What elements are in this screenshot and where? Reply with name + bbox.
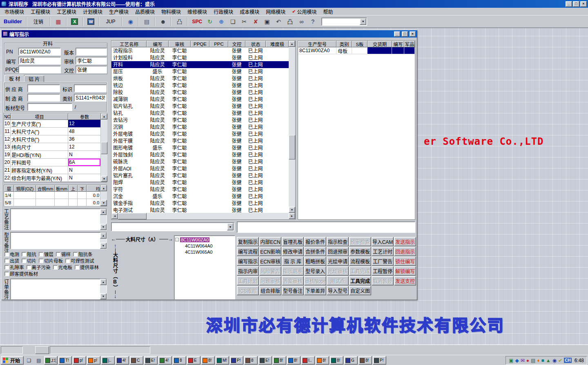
- board-model-field[interactable]: [27, 103, 72, 111]
- model-cell[interactable]: 8C11W00ZA0: [298, 47, 336, 54]
- tray-app-1-icon[interactable]: ▣: [509, 358, 513, 363]
- model-col-header[interactable]: 军品: [404, 41, 415, 47]
- layer-table-scrollbar[interactable]: ▲ ▼: [100, 185, 107, 206]
- action-工艺计时[interactable]: 工艺计时: [372, 247, 394, 256]
- delete-icon[interactable]: ✘: [250, 17, 261, 27]
- menu-item-工艺模块[interactable]: 工艺模块: [53, 8, 80, 15]
- process-row-烘板[interactable]: 烘板陆应灵李仁聪张健已上网: [111, 75, 289, 82]
- print-icon[interactable]: 凸: [285, 17, 295, 27]
- globe-icon[interactable]: ⊕: [216, 17, 227, 27]
- taskbar-button[interactable]: E: [187, 356, 200, 365]
- param-value-cell[interactable]: 12: [68, 120, 101, 128]
- tray-app-4-icon[interactable]: ●: [526, 358, 529, 363]
- process-col-header[interactable]: 难度极: [266, 41, 289, 47]
- taskbar-button[interactable]: J习: [44, 356, 58, 365]
- process-hscrollbar[interactable]: ◄ ►: [111, 213, 295, 219]
- process-col-header[interactable]: PPC: [209, 41, 228, 47]
- process-row-去钻污[interactable]: 去钻污陆应灵李仁聪张健已上网: [111, 117, 289, 124]
- checkbox-box[interactable]: [4, 252, 9, 257]
- process-row-钻孔[interactable]: 钻孔陆应灵李仁聪张健已上网: [111, 110, 289, 117]
- checkbox-box[interactable]: [39, 252, 43, 257]
- toolbar-combo[interactable]: ▼: [321, 18, 367, 26]
- tray-app-2-icon[interactable]: ◆: [515, 358, 519, 363]
- action-组合排版[interactable]: 组合排版: [259, 286, 281, 295]
- process-row-外层电镀[interactable]: 外层电镀陆应灵李仁聪张健已上网: [111, 131, 289, 137]
- checkbox-box[interactable]: [75, 265, 79, 270]
- process-row-镀金手指[interactable]: 镀金手指陆应灵李仁聪张健已上网: [111, 200, 289, 207]
- taskbar-button[interactable]: T!: [58, 356, 72, 365]
- checkbox-提供菲林[interactable]: 提供菲林: [75, 264, 99, 270]
- taskbar-button[interactable]: I..: [301, 356, 315, 365]
- model-cell[interactable]: 母板: [336, 47, 352, 54]
- process-row-沉金[interactable]: 沉金盛乐李仁聪张健已上网: [111, 193, 289, 200]
- checkbox-光电板[interactable]: 光电板: [53, 264, 73, 270]
- manufacturer-field[interactable]: [27, 94, 60, 102]
- action-指示库[interactable]: 指 示 库: [282, 257, 304, 266]
- taskbar-button[interactable]: G: [344, 356, 358, 365]
- action-修改申请[interactable]: 修改申请: [282, 247, 304, 256]
- taskbar-button[interactable]: 4!: [116, 356, 129, 365]
- model-cell[interactable]: [368, 47, 392, 54]
- taskbar-button[interactable]: p!: [73, 356, 86, 365]
- action-指示内审[interactable]: 指示内审: [237, 266, 259, 276]
- process-row-铝片钻孔[interactable]: 铝片钻孔陆应灵李仁聪张健已上网: [111, 103, 289, 110]
- child-titlebar[interactable]: 编写指示 _ □ ×: [2, 30, 417, 38]
- scroll-up-icon[interactable]: ▲: [100, 185, 107, 191]
- scroll-right-icon[interactable]: ►: [289, 213, 295, 219]
- action-型号录入[interactable]: 型号录入: [304, 266, 326, 276]
- scroll-down-icon[interactable]: ▼: [100, 200, 107, 206]
- tree-node-4C11W065A0[interactable]: 4C11W065A0: [175, 249, 234, 255]
- remark-field[interactable]: [237, 221, 415, 233]
- model-col-header[interactable]: 生产型号: [298, 41, 336, 47]
- checkbox-box[interactable]: [53, 265, 58, 270]
- process-row-计划投料[interactable]: 计划投料陆应灵李仁聪张健已上网: [111, 54, 289, 61]
- quicklaunch-document-icon[interactable]: ❏: [24, 356, 33, 365]
- param-row[interactable]: 11大料尺寸A(")48: [4, 128, 101, 135]
- action-答案审核[interactable]: 答案审核: [282, 276, 304, 285]
- scroll-down-icon[interactable]: ▼: [100, 224, 107, 230]
- scroll-down-icon[interactable]: ▼: [289, 207, 295, 213]
- scroll-left-icon[interactable]: ◄: [111, 213, 118, 219]
- taskbar-button[interactable]: j..: [101, 356, 115, 365]
- close-button[interactable]: ×: [580, 1, 587, 7]
- mark-field[interactable]: [74, 84, 107, 92]
- refresh-icon[interactable]: ↻: [205, 17, 215, 27]
- checkbox-顾客提供板材[interactable]: 顾客提供板材: [4, 270, 38, 277]
- action-指示检查[interactable]: 指示检查: [327, 237, 349, 246]
- tray-app-10-icon[interactable]: ✔: [558, 358, 562, 363]
- tree-node-4C11W064A0[interactable]: 4C11W064A0: [175, 243, 234, 249]
- checkbox-镀层[interactable]: 镀层: [39, 251, 53, 257]
- action-问题审核[interactable]: 问题审核: [259, 276, 281, 285]
- doccontrol-field[interactable]: [76, 66, 107, 73]
- excel-icon[interactable]: X: [69, 17, 80, 27]
- taskbar-button[interactable]: 8!: [201, 356, 215, 365]
- users-icon[interactable]: ☻: [158, 17, 168, 27]
- tray-app-3-icon[interactable]: ✉: [521, 358, 525, 363]
- action-审核Nope[interactable]: 审核Nope: [304, 276, 326, 285]
- version-field[interactable]: [76, 48, 107, 55]
- menu-item-计划模块[interactable]: 计划模块: [80, 8, 106, 15]
- action-导入型号[interactable]: 导入型号: [327, 286, 349, 295]
- help-icon[interactable]: ?: [307, 17, 318, 27]
- dropdown-arrow-icon[interactable]: ▼: [227, 223, 234, 230]
- undo-icon[interactable]: ↶: [273, 17, 284, 27]
- param-value-cell[interactable]: 12: [68, 143, 101, 151]
- taskbar-button[interactable]: E!: [258, 356, 272, 365]
- model-col-header[interactable]: 类别: [336, 41, 352, 47]
- param-row[interactable]: 20开料图号6A: [4, 159, 101, 166]
- quicklaunch-desktop-icon[interactable]: ▤: [34, 356, 43, 365]
- writer-field[interactable]: [18, 57, 61, 64]
- cut-icon[interactable]: ✂: [239, 17, 249, 27]
- action-工厂警告[interactable]: 工厂警告: [372, 257, 394, 266]
- action-解锁编写[interactable]: 解锁编写: [394, 266, 416, 276]
- checkbox-阻抗条[interactable]: 阻抗条: [73, 251, 93, 257]
- action-ICS跟踪[interactable]: ICS跟踪: [237, 286, 259, 295]
- model-table-row[interactable]: 8C11W00ZA0母板: [298, 47, 415, 54]
- param-value-cell[interactable]: 36: [68, 135, 101, 143]
- menu-item-物料模块[interactable]: 物料模块: [158, 8, 184, 15]
- menu-item-行政模块[interactable]: 行政模块: [210, 8, 236, 15]
- param-value-cell[interactable]: 6A: [68, 159, 101, 166]
- process-row-外层AOI[interactable]: 外层AOI陆应灵李仁聪张健已上网: [111, 165, 289, 172]
- action-复制指示[interactable]: 复制指示: [237, 237, 259, 246]
- param-row[interactable]: 19是HDI板(Y/N)N: [4, 151, 101, 159]
